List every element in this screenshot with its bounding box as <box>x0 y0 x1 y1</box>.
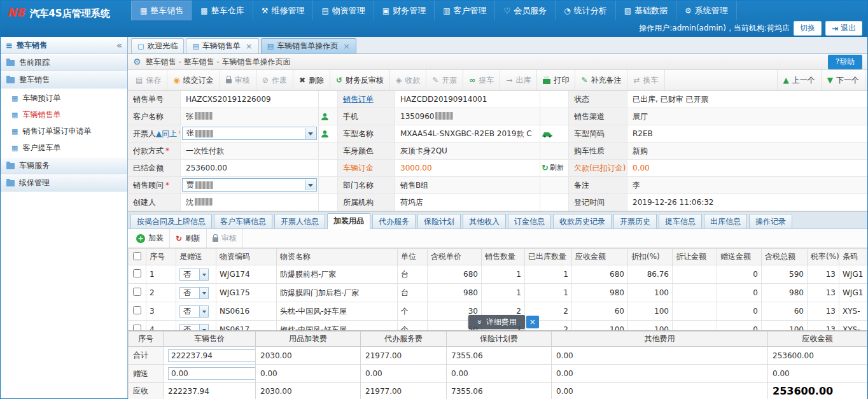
required-mark: * <box>165 146 169 155</box>
redacted-text <box>195 198 213 206</box>
stock-out-button[interactable]: →出库 <box>500 70 537 90</box>
swap-car-button[interactable]: ⇄换车 <box>627 70 664 90</box>
swap-icon: ⇄ <box>633 76 640 85</box>
summary-header-row: 序号 车辆售价 用品加装费 代办服务费 保险计划费 其他费用 应收金额 <box>129 332 867 347</box>
sidebar-item-vehicle-preorder[interactable]: ▦车辆预订单 <box>1 90 127 106</box>
nav-item-member[interactable]: ♡会员服务 <box>494 1 555 20</box>
select-all-checkbox[interactable] <box>133 252 141 260</box>
car-icon[interactable] <box>542 130 553 138</box>
pickup-car-button[interactable]: ∞提车 <box>463 70 500 90</box>
gift-select[interactable]: 否 <box>179 269 209 281</box>
close-tab-icon[interactable]: × <box>343 42 350 50</box>
add-remark-button[interactable]: ✎补充备注 <box>575 70 627 90</box>
refresh-deposit-button[interactable]: ↻刷新 <box>542 160 567 176</box>
vehicle-warehouse-icon: ▩ <box>200 6 207 15</box>
tab-welcome[interactable]: ▢ 欢迎光临 <box>131 38 184 53</box>
sidebar-group-presale-tracking[interactable]: 售前跟踪 <box>1 54 127 71</box>
delete-button[interactable]: ✖删除 <box>293 70 330 90</box>
subtab-stockout-info[interactable]: 出库信息 <box>704 214 747 228</box>
subtab-deposit-info[interactable]: 订金信息 <box>508 214 551 228</box>
grid-icon: ▦ <box>11 144 18 152</box>
redacted-text <box>195 112 213 120</box>
sidebar-item-order-cancel-request[interactable]: ▦销售订单退订申请单 <box>1 123 127 139</box>
sidebar-group-vehicle-sales[interactable]: 整车销售 <box>1 71 127 88</box>
settled-amount-label: 已结金额 <box>128 160 181 176</box>
finance-unaudit-button[interactable]: ↺财务反审核 <box>330 70 390 90</box>
sidebar-item-vehicle-sales-order[interactable]: ▦车辆销售单 <box>1 106 127 123</box>
col-receivable: 应收金额 <box>572 249 628 265</box>
nav-item-finance[interactable]: ▣财务管理 <box>374 1 434 20</box>
close-tab-icon[interactable]: × <box>246 42 253 50</box>
tab-vehicle-sales-order[interactable]: ▤ 车辆销售单 × <box>186 38 258 53</box>
audit-button[interactable]: 审核 <box>220 70 256 90</box>
gift-select[interactable]: 否 <box>179 324 209 331</box>
subtab-pickup-info[interactable]: 提车信息 <box>659 214 702 228</box>
sidebar-group-renewal-insurance[interactable]: 续保管理 <box>1 174 127 192</box>
subtab-invoice-person-info[interactable]: 开票人信息 <box>274 214 325 228</box>
subtab-accessories[interactable]: 加装用品 <box>327 213 370 229</box>
nav-item-statistics[interactable]: ◔统计分析 <box>555 1 615 20</box>
sales-order-link[interactable]: 销售订单 <box>343 95 374 104</box>
nav-item-base-data[interactable]: ▧基础数据 <box>615 1 676 20</box>
row-checkbox[interactable] <box>133 288 141 296</box>
table-row[interactable]: 2 否 WJG175 防爆膜四门加后档-厂家 台 980 1 1 980 100… <box>129 284 868 302</box>
menu-icon: ≡ <box>6 41 13 50</box>
subtab-insurance-plan[interactable]: 保险计划 <box>417 214 461 228</box>
switch-org-button[interactable]: 切换 <box>794 21 822 36</box>
col-barcode: 条码 <box>839 249 868 265</box>
person-icon[interactable] <box>321 113 329 121</box>
col-receivable: 应收金额 <box>768 332 867 347</box>
vehicle-price-total-input[interactable] <box>168 349 256 362</box>
print-button[interactable]: 打印 <box>537 70 575 90</box>
gift-select[interactable]: 否 <box>179 287 209 299</box>
row-label: 赠送 <box>129 365 164 382</box>
close-icon[interactable]: × <box>526 316 539 328</box>
nav-item-system[interactable]: ⚙系统管理 <box>676 1 737 20</box>
receive-payment-button[interactable]: ◈收款 <box>390 70 426 90</box>
help-button[interactable]: ?帮助 <box>828 55 862 69</box>
app-header: N8 汽车4S店管理系统 ▦整车销售 ▩整车仓库 ⚒维修管理 ▤物资管理 ▣财务… <box>1 1 867 37</box>
nav-item-vehicle-sales[interactable]: ▦整车销售 <box>131 1 192 20</box>
subtab-operation-log[interactable]: 操作记录 <box>749 214 792 228</box>
invoice-person-select[interactable]: 张 <box>182 127 317 140</box>
collapse-sidebar-button[interactable]: « <box>116 40 122 50</box>
table-row[interactable]: 1 否 WJG174 防爆膜前档-厂家 台 680 1 1 680 86.76 … <box>129 265 868 284</box>
subtab-agency-services[interactable]: 代办服务 <box>372 214 416 228</box>
row-checkbox[interactable] <box>133 325 141 330</box>
next-record-button[interactable]: ▼下一个 <box>822 70 865 90</box>
same-as-above[interactable]: ▲同上 <box>156 129 177 138</box>
tab-sales-order-edit-page[interactable]: ▤ 车辆销售单操作页 × <box>261 38 356 53</box>
nav-item-vehicle-warehouse[interactable]: ▩整车仓库 <box>192 1 252 20</box>
row-checkbox[interactable] <box>133 269 141 277</box>
void-button[interactable]: ⊘作废 <box>256 70 293 90</box>
add-accessory-button[interactable]: +加装 <box>130 229 170 248</box>
model-code-label: 车型简码 <box>569 125 627 142</box>
invoice-button[interactable]: ✎开票 <box>426 70 463 90</box>
logout-button[interactable]: ⇥退出 <box>825 21 862 36</box>
nav-item-repair[interactable]: ⚒维修管理 <box>253 1 313 20</box>
person-icon[interactable] <box>321 130 329 138</box>
sidebar-item-customer-pickup[interactable]: ▦客户提车单 <box>1 139 127 156</box>
subtab-mortgage-plate-info[interactable]: 按揭合同及上牌信息 <box>130 214 212 228</box>
subtab-invoice-history[interactable]: 开票历史 <box>613 214 657 228</box>
phone-value: 1350960 <box>395 108 540 125</box>
nav-item-material[interactable]: ▤物资管理 <box>312 1 373 20</box>
row-checkbox[interactable] <box>133 306 141 314</box>
save-button[interactable]: ▤保存 <box>130 70 167 90</box>
audit-items-button[interactable]: 审核 <box>207 229 243 248</box>
previous-record-button[interactable]: ▲上一个 <box>777 70 822 90</box>
sales-consultant-select[interactable]: 贾 <box>182 178 317 192</box>
vehicle-price-gift-input[interactable] <box>168 367 256 380</box>
detail-cost-toggle[interactable]: « 详细费用 <box>468 315 525 329</box>
subtab-other-income[interactable]: 其他收入 <box>463 214 506 228</box>
sidebar-group-vehicle-service[interactable]: 车辆服务 <box>1 157 127 174</box>
gift-select[interactable]: 否 <box>179 305 209 318</box>
pickup-car-icon: ∞ <box>469 76 475 85</box>
col-unit: 单位 <box>398 249 428 265</box>
subtab-payment-history[interactable]: 收款历史记录 <box>553 214 612 228</box>
renew-deposit-button[interactable]: ◉续交订金 <box>167 70 220 90</box>
cost-summary: 序号 车辆售价 用品加装费 代办服务费 保险计划费 其他费用 应收金额 合计 <box>128 330 867 399</box>
subtab-customer-vehicle-info[interactable]: 客户车辆信息 <box>214 214 272 228</box>
nav-item-customer[interactable]: ▥客户管理 <box>434 1 494 20</box>
refresh-items-button[interactable]: ↻刷新 <box>170 229 207 248</box>
